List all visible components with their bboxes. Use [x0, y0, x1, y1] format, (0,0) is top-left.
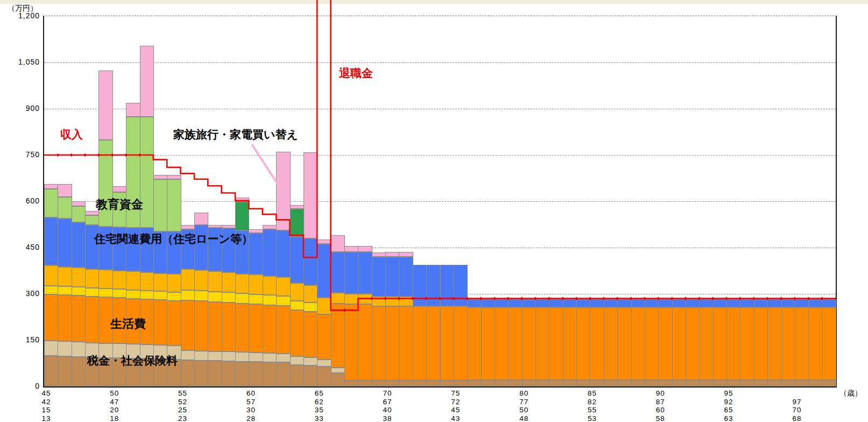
x-tick-label: 23	[160, 414, 206, 422]
bar-segment	[72, 357, 86, 386]
bar-segment	[72, 342, 86, 357]
y-tick-label: 450	[6, 243, 40, 251]
bar-segment	[781, 307, 795, 380]
bar-segment	[399, 381, 413, 386]
bar-segment	[222, 272, 236, 292]
bar-segment	[72, 222, 86, 268]
bar-segment	[358, 294, 372, 304]
bar-segment	[98, 270, 112, 289]
bar-segment	[249, 362, 263, 386]
bar-segment	[85, 269, 99, 289]
bar-segment	[208, 361, 222, 386]
bar-segment	[713, 299, 727, 307]
x-tick-label: 85	[569, 389, 615, 398]
bar-segment	[153, 300, 167, 345]
x-tick-label: 55	[160, 389, 206, 398]
x-tick-column: 85825553	[569, 389, 615, 422]
x-tick-label: 45	[24, 389, 69, 398]
bar-segment	[672, 299, 686, 307]
bar-segment	[699, 380, 713, 386]
bar-segment	[754, 380, 768, 386]
bar-segment	[440, 306, 454, 381]
window-top-strip	[0, 0, 868, 4]
x-tick-label	[774, 389, 820, 398]
y-tick-label: 1,200	[6, 11, 40, 20]
gridline	[44, 155, 836, 156]
bar-segment	[563, 299, 577, 307]
bar-segment	[508, 299, 522, 307]
x-tick-label: 60	[228, 389, 273, 398]
bar-segment	[276, 230, 290, 277]
bar-segment	[112, 186, 126, 192]
bar-segment	[98, 289, 112, 297]
bar-segment	[72, 287, 86, 296]
bar-segment	[249, 294, 263, 304]
bar-segment	[235, 198, 249, 202]
x-tick-label: 97	[774, 398, 820, 406]
bar-segment	[413, 265, 427, 306]
bar-segment	[98, 140, 112, 227]
x-tick-label: 65	[297, 389, 342, 398]
bar-segment	[481, 380, 495, 386]
bar-segment	[140, 46, 154, 117]
bar-segment	[194, 213, 208, 226]
bar-segment	[304, 312, 317, 357]
x-tick-label: 38	[365, 414, 410, 422]
bar-segment	[263, 362, 277, 386]
bar-segment	[290, 209, 304, 237]
x-tick-label: 53	[569, 414, 615, 422]
bar-segment	[208, 302, 222, 351]
bar-segment	[58, 295, 72, 341]
x-tick-column: 50472018	[92, 389, 137, 422]
bar-segment	[426, 381, 440, 386]
bar-segment	[167, 175, 181, 180]
bar-segment	[372, 257, 386, 297]
bar-segment	[290, 283, 304, 301]
bar-segment	[495, 380, 509, 386]
bar-segment	[631, 299, 645, 307]
bar-segment	[726, 299, 740, 307]
bar-segment	[44, 184, 58, 189]
x-tick-label: 25	[160, 406, 206, 414]
bar-segment	[795, 299, 809, 307]
bar-segment	[508, 307, 522, 380]
bar-segment	[290, 310, 304, 356]
bar-segment	[249, 353, 263, 362]
retirement-annotation: 退職金	[339, 66, 373, 81]
bar-segment	[153, 179, 167, 231]
bar-segment	[249, 304, 263, 353]
bar-segment	[58, 356, 72, 386]
bar-segment	[276, 296, 290, 306]
bar-segment	[276, 277, 290, 296]
bar-segment	[72, 201, 86, 206]
y-tick-label: 750	[6, 150, 40, 159]
bar-segment	[317, 244, 331, 298]
bar-segment	[358, 246, 372, 252]
bar-segment	[126, 271, 140, 290]
bar-segment	[58, 267, 72, 287]
bar-segment	[617, 307, 631, 380]
bar-segment	[249, 275, 263, 294]
gridline	[44, 62, 836, 63]
x-tick-label: 58	[638, 414, 683, 422]
x-tick-label: 50	[502, 406, 547, 414]
bar-segment	[590, 307, 604, 380]
bar-segment	[208, 292, 222, 302]
bar-segment	[304, 285, 317, 303]
bar-segment	[686, 299, 700, 307]
x-tick-column: 65623533	[297, 389, 342, 422]
x-tick-label: 43	[433, 414, 478, 422]
x-tick-label: 57	[228, 398, 273, 406]
x-tick-label: 87	[638, 398, 683, 406]
bar-segment	[713, 380, 727, 386]
bar-segment	[153, 273, 167, 291]
bar-segment	[399, 257, 413, 297]
bar-segment	[344, 252, 358, 294]
bar-segment	[522, 307, 536, 380]
bar-segment	[44, 265, 58, 285]
bar-segment	[85, 215, 99, 224]
bar-segment	[222, 303, 236, 351]
bar-segment	[208, 225, 222, 228]
bar-segment	[399, 297, 413, 306]
bar-segment	[454, 265, 468, 306]
